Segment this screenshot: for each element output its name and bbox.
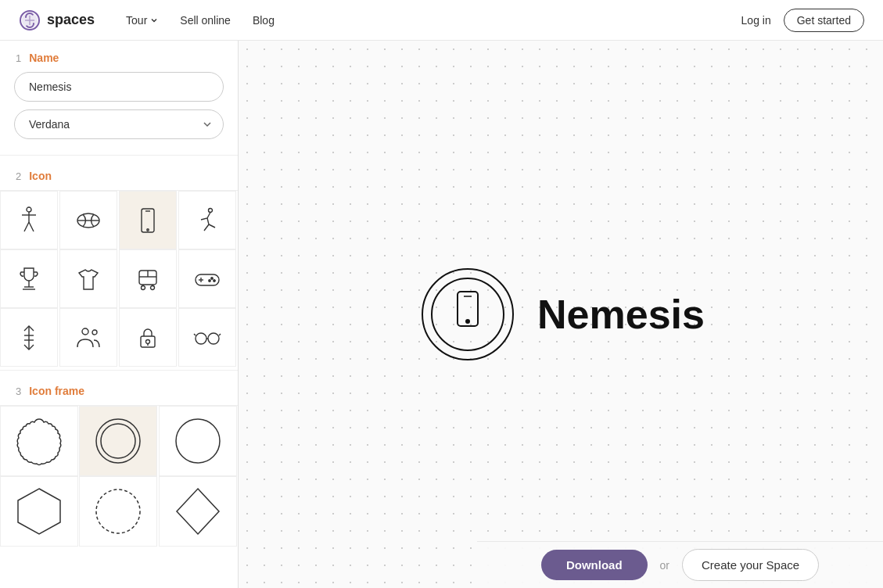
icon-grid — [0, 190, 238, 367]
svg-point-46 — [422, 269, 513, 360]
nav-sell-online[interactable]: Sell online — [180, 14, 231, 27]
section1-number: 1 — [16, 52, 21, 64]
font-select[interactable]: Verdana Arial Georgia Times New Roman He… — [14, 109, 224, 139]
canvas-area: Nemesis Download or Create your Space — [239, 41, 883, 588]
svg-line-4 — [29, 222, 34, 231]
logo-text: spaces — [47, 12, 95, 28]
icon-gamepad[interactable] — [178, 249, 236, 308]
logo-preview: Nemesis — [417, 264, 705, 365]
icon-height[interactable] — [0, 308, 58, 367]
svg-point-42 — [176, 419, 220, 463]
svg-line-38 — [194, 334, 196, 335]
section1-title: Name — [29, 52, 59, 64]
svg-point-49 — [466, 320, 469, 323]
bottom-bar: Download or Create your Space — [477, 541, 883, 588]
nav-blog[interactable]: Blog — [253, 14, 275, 27]
section3-number: 3 — [16, 385, 21, 397]
logo-text-preview: Nemesis — [537, 291, 705, 338]
frame-circle[interactable] — [159, 406, 237, 476]
icon-running[interactable] — [178, 191, 236, 249]
icon-person-stretch[interactable] — [0, 191, 58, 249]
svg-point-33 — [146, 339, 150, 343]
icon-lock[interactable] — [119, 308, 177, 367]
spaces-logo-icon — [19, 9, 41, 31]
svg-point-0 — [27, 207, 31, 212]
svg-point-24 — [211, 277, 213, 278]
svg-line-3 — [24, 222, 29, 231]
svg-marker-43 — [18, 489, 60, 534]
logo[interactable]: spaces — [19, 9, 95, 31]
section3-header: 3 Icon frame — [0, 374, 238, 405]
svg-point-36 — [208, 333, 219, 344]
logo-icon-preview — [417, 264, 519, 365]
svg-point-26 — [209, 279, 210, 281]
frame-double-circle[interactable] — [79, 406, 157, 476]
svg-point-41 — [101, 424, 135, 458]
nav-right: Log in Get started — [741, 9, 864, 32]
create-space-button[interactable]: Create your Space — [682, 549, 819, 581]
icon-bus[interactable] — [119, 249, 177, 308]
svg-point-8 — [147, 228, 149, 230]
section2-number: 2 — [16, 170, 21, 182]
chevron-down-icon — [150, 16, 158, 24]
svg-point-35 — [196, 333, 206, 344]
section2-header: 2 Icon — [0, 159, 238, 190]
or-text: or — [660, 559, 669, 572]
main-layout: 1 Name Verdana Arial Georgia Times New R… — [0, 41, 883, 588]
section1-header: 1 Name — [0, 41, 238, 72]
get-started-button[interactable]: Get started — [784, 9, 864, 32]
section3-title: Icon frame — [29, 385, 84, 397]
download-button[interactable]: Download — [541, 550, 648, 580]
icon-people[interactable] — [59, 308, 117, 367]
svg-point-40 — [96, 419, 140, 463]
icon-shirt[interactable] — [59, 249, 117, 308]
frame-diamond[interactable] — [159, 476, 237, 547]
navbar: spaces Tour Sell online Blog Log in Get … — [0, 0, 883, 41]
icon-phone[interactable] — [119, 191, 177, 249]
icon-football[interactable] — [59, 191, 117, 249]
divider2 — [0, 370, 238, 371]
frame-hexagon[interactable] — [0, 476, 78, 547]
frame-dashed-circle[interactable] — [79, 476, 157, 547]
frame-scallop[interactable] — [0, 406, 78, 476]
name-input[interactable] — [14, 72, 224, 102]
nav-tour[interactable]: Tour — [126, 14, 158, 27]
svg-point-25 — [214, 279, 215, 281]
svg-point-44 — [96, 489, 140, 533]
svg-line-39 — [219, 334, 221, 335]
svg-point-30 — [82, 328, 88, 335]
sidebar: 1 Name Verdana Arial Georgia Times New R… — [0, 41, 239, 588]
name-section: Verdana Arial Georgia Times New Roman He… — [0, 72, 238, 152]
icon-glasses[interactable] — [178, 308, 236, 367]
svg-point-17 — [151, 285, 155, 289]
svg-point-47 — [432, 278, 504, 350]
svg-point-10 — [209, 208, 213, 212]
nav-links: Tour Sell online Blog — [126, 14, 741, 27]
frame-grid — [0, 405, 238, 547]
icon-trophy[interactable] — [0, 249, 58, 308]
svg-point-16 — [142, 285, 145, 289]
section2-title: Icon — [29, 170, 52, 182]
svg-marker-45 — [177, 489, 219, 534]
svg-point-31 — [92, 330, 97, 335]
divider1 — [0, 155, 238, 156]
login-button[interactable]: Log in — [741, 14, 771, 27]
